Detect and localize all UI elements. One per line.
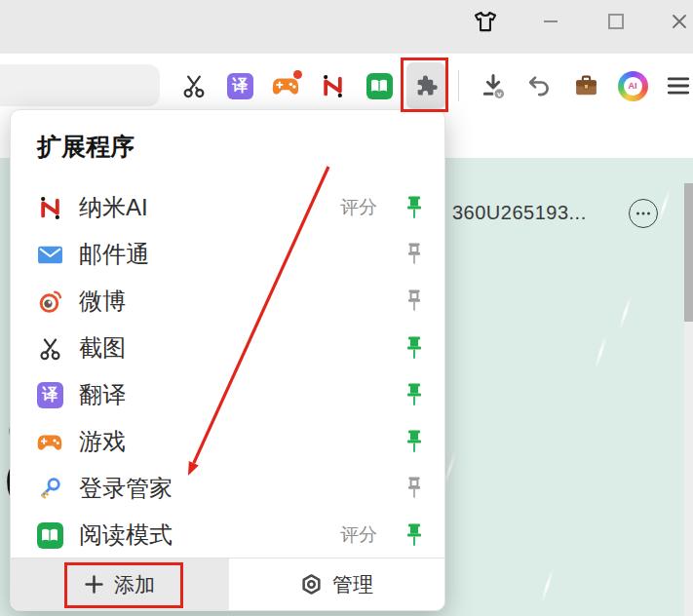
pin-icon[interactable] — [405, 521, 423, 549]
extension-name: 纳米AI — [79, 192, 148, 223]
panel-title: 扩展程序 — [37, 131, 135, 163]
download-badge-letter: v — [497, 90, 502, 98]
mail-icon — [36, 241, 63, 268]
manage-label: 管理 — [332, 571, 373, 598]
page-scrollbar[interactable] — [684, 183, 693, 616]
translate-glyph: 译 — [227, 73, 253, 99]
toolbar-separator — [458, 70, 459, 101]
translate-icon: 译 — [36, 381, 63, 408]
plus-icon — [85, 575, 103, 594]
extension-item-screenshot[interactable]: 截图 — [11, 325, 444, 371]
extension-item-nano-ai[interactable]: 纳米AI 评分 — [11, 184, 444, 231]
panel-footer: 添加 管理 — [11, 558, 444, 610]
undo-icon[interactable] — [520, 67, 558, 104]
pin-icon[interactable] — [405, 381, 423, 408]
pin-icon[interactable] — [405, 334, 423, 362]
extension-item-mail[interactable]: 邮件通 — [11, 231, 444, 278]
extension-item-weibo[interactable]: 微博 — [11, 278, 444, 325]
game-icon — [36, 428, 63, 455]
ai-assistant-icon[interactable]: AI — [614, 67, 651, 104]
scrollbar-thumb[interactable] — [684, 183, 693, 322]
scissors-icon — [36, 334, 63, 362]
window-titlebar — [0, 0, 693, 54]
close-icon[interactable] — [662, 4, 693, 39]
reader-book-icon[interactable] — [361, 67, 398, 104]
extension-name: 登录管家 — [79, 473, 173, 504]
key-icon — [36, 475, 63, 502]
extension-item-game[interactable]: 游戏 — [11, 418, 444, 465]
download-icon[interactable]: v — [475, 67, 512, 104]
briefcase-icon[interactable] — [567, 67, 604, 104]
extension-name: 翻译 — [79, 379, 126, 410]
nano-ai-icon — [36, 194, 63, 221]
extension-item-translate[interactable]: 译 翻译 — [11, 371, 444, 418]
extensions-panel: 扩展程序 纳米AI 评分 邮件通 — [10, 109, 445, 611]
extension-name: 阅读模式 — [79, 520, 173, 551]
rating-link[interactable]: 评分 — [340, 522, 377, 548]
translate-icon[interactable]: 译 — [221, 67, 258, 104]
extension-name: 邮件通 — [79, 239, 149, 270]
extension-name: 微博 — [79, 286, 126, 317]
rating-link[interactable]: 评分 — [340, 195, 377, 220]
extension-name: 游戏 — [79, 426, 126, 457]
pin-icon[interactable] — [405, 475, 423, 502]
extensions-list: 纳米AI 评分 邮件通 — [11, 184, 444, 558]
pin-icon[interactable] — [405, 241, 423, 268]
add-extension-button[interactable]: 添加 — [11, 558, 229, 610]
extensions-puzzle-icon[interactable] — [406, 62, 445, 109]
reader-book-icon — [36, 521, 63, 549]
pin-icon[interactable] — [405, 428, 423, 455]
pin-icon[interactable] — [405, 288, 423, 315]
manage-extensions-button[interactable]: 管理 — [229, 558, 444, 610]
menu-icon[interactable] — [660, 67, 693, 104]
translate-glyph: 译 — [37, 382, 63, 408]
skin-theme-icon[interactable] — [468, 4, 503, 39]
more-options-icon[interactable] — [629, 199, 658, 228]
extension-item-login-manager[interactable]: 登录管家 — [11, 465, 444, 512]
ai-label: AI — [624, 77, 642, 96]
pin-icon[interactable] — [405, 194, 423, 221]
extension-item-reader-mode[interactable]: 阅读模式 评分 — [11, 512, 444, 558]
nano-ai-icon[interactable] — [314, 67, 351, 104]
add-label: 添加 — [114, 571, 155, 598]
notification-dot — [293, 70, 302, 79]
extension-name: 截图 — [79, 332, 126, 364]
address-bar[interactable] — [0, 64, 160, 106]
minimize-icon[interactable] — [533, 4, 568, 39]
browser-window: 译 v — [0, 0, 693, 616]
weibo-icon — [36, 288, 63, 315]
manage-gear-icon — [300, 573, 323, 596]
game-icon[interactable] — [267, 67, 304, 104]
screenshot-scissors-icon[interactable] — [175, 67, 212, 104]
account-id: 360U265193... — [452, 202, 587, 224]
maximize-icon[interactable] — [598, 4, 634, 39]
